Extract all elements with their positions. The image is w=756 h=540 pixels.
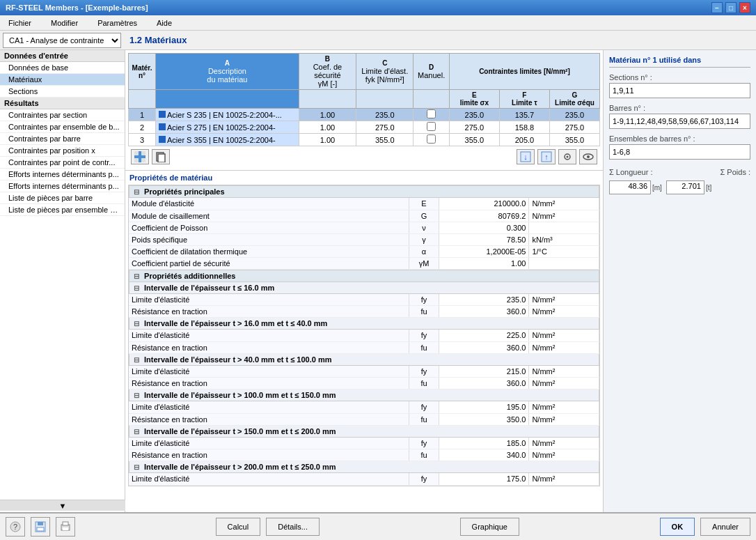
- prop-label: Coefficient de Poisson: [129, 222, 409, 233]
- ensembles-input[interactable]: [609, 144, 750, 160]
- manuel-checkbox[interactable]: [427, 134, 436, 144]
- minimize-button[interactable]: −: [711, 2, 723, 13]
- sidebar-item-contraintes-section[interactable]: Contraintes par section: [0, 109, 125, 121]
- copy-material-button[interactable]: [152, 149, 170, 164]
- prop-label: Limite d'élasticité: [129, 294, 409, 306]
- sections-label: Sections n° :: [609, 73, 750, 82]
- menu-parametres[interactable]: Paramètres: [92, 17, 143, 29]
- settings-button[interactable]: [558, 149, 576, 164]
- maximize-button[interactable]: □: [725, 2, 737, 13]
- prop-unit: N/mm²: [529, 449, 599, 461]
- prop-symbol: E: [409, 198, 439, 210]
- sidebar-item-contraintes-barre[interactable]: Contraintes par barre: [0, 133, 125, 145]
- ok-button[interactable]: OK: [660, 518, 695, 536]
- cell-desc[interactable]: Acier S 355 | EN 10025-2:2004-: [156, 134, 299, 146]
- export-button[interactable]: ↑: [537, 149, 556, 164]
- bottom-bar: ? Calcul Détails... Graphique OK Annuler: [0, 512, 756, 540]
- prop-symbol: fy: [409, 438, 439, 449]
- main-properties-table: Module d'élasticité E 210000.0 N/mm² Mod…: [129, 198, 599, 270]
- longueur-value: 48.36: [609, 180, 651, 194]
- sidebar-item-liste-pieces-ensemble[interactable]: Liste de pièces par ensemble de...: [0, 204, 125, 216]
- prop-row: Limite d'élasticitéfy215.0N/mm²: [129, 366, 599, 378]
- prop-label: Coefficient partiel de sécurité: [129, 257, 409, 269]
- prop-unit: N/mm²: [529, 413, 599, 425]
- bars-label: Barres n° :: [609, 104, 750, 112]
- prop-subgroup-3[interactable]: ⊟ Intervalle de l'épaisseur t > 40.0 mm …: [129, 354, 599, 366]
- prop-symbol: fu: [409, 341, 439, 353]
- cell-coef: 1.00: [299, 134, 356, 146]
- sidebar-item-liste-pieces-barre[interactable]: Liste de pièces par barre: [0, 192, 125, 204]
- poids-value: 2.701: [666, 180, 704, 194]
- details-button[interactable]: Détails...: [266, 518, 320, 536]
- cell-coef: 1.00: [299, 109, 356, 121]
- prop-unit: N/mm²: [529, 401, 599, 413]
- ensembles-label: Ensembles de barres n° :: [609, 134, 750, 143]
- prop-unit: N/mm²: [529, 378, 599, 389]
- sidebar-item-contraintes-position[interactable]: Contraintes par position x: [0, 145, 125, 157]
- prop-row: Résistance en tractionfu350.0N/mm²: [129, 413, 599, 425]
- menu-modifier[interactable]: Modifier: [45, 17, 84, 29]
- manuel-checkbox[interactable]: [427, 109, 436, 118]
- table-row[interactable]: 1 Acier S 235 | EN 10025-2:2004-... 1.00…: [129, 109, 600, 121]
- prop-label: Poids spécifique: [129, 233, 409, 245]
- sidebar-item-sections[interactable]: Sections: [0, 86, 125, 98]
- prop-group-additional[interactable]: ⊟ Propriétés additionnelles: [129, 270, 599, 282]
- prop-row: Limite d'élasticitéfy175.0N/mm²: [129, 473, 599, 485]
- view-button[interactable]: [579, 149, 597, 164]
- graphique-button[interactable]: Graphique: [460, 518, 519, 536]
- sidebar-item-contraintes-ensemble[interactable]: Contraintes par ensemble de b...: [0, 121, 125, 133]
- prop-subgroup-5[interactable]: ⊟ Intervalle de l'épaisseur t > 150.0 mm…: [129, 426, 599, 438]
- prop-value: 360.0: [439, 378, 529, 389]
- annuler-button[interactable]: Annuler: [700, 518, 750, 536]
- svg-point-12: [587, 155, 590, 158]
- subgroup-2-table: Limite d'élasticitéfy225.0N/mm² Résistan…: [129, 330, 599, 354]
- manuel-checkbox[interactable]: [427, 122, 436, 131]
- cas-dropdown[interactable]: CA1 - Analyse de contrainte: [3, 33, 121, 48]
- prop-subgroup-2[interactable]: ⊟ Intervalle de l'épaisseur t > 16.0 mm …: [129, 318, 599, 330]
- prop-group-main[interactable]: ⊟ Propriétés principales: [129, 185, 599, 198]
- nav-back-button[interactable]: ?: [6, 517, 25, 537]
- close-button[interactable]: ×: [739, 2, 750, 13]
- print-button[interactable]: [56, 517, 75, 537]
- prop-symbol: fy: [409, 330, 439, 341]
- sidebar-item-contraintes-point[interactable]: Contraintes par point de contr...: [0, 157, 125, 169]
- prop-label: Limite d'élasticité: [129, 401, 409, 413]
- bars-input[interactable]: [609, 114, 750, 129]
- sidebar-item-efforts-1[interactable]: Efforts internes déterminants p...: [0, 169, 125, 180]
- prop-row-elasticite: Module d'élasticité E 210000.0 N/mm²: [129, 198, 599, 210]
- col-subheader-e: Elimite σx: [449, 90, 499, 109]
- calcul-button[interactable]: Calcul: [216, 518, 261, 536]
- table-row[interactable]: 2 Acier S 275 | EN 10025-2:2004- 1.00 27…: [129, 121, 600, 134]
- prop-subgroup-1[interactable]: ⊟ Intervalle de l'épaisseur t ≤ 16.0 mm: [129, 282, 599, 294]
- sidebar-section-donnees: Données d'entrée: [0, 50, 125, 62]
- sidebar-scroll-down[interactable]: ▼: [0, 500, 125, 511]
- table-row[interactable]: 3 Acier S 355 | EN 10025-2:2004- 1.00 35…: [129, 134, 600, 146]
- cell-manuel[interactable]: [414, 109, 449, 121]
- material-color-swatch: [159, 111, 166, 118]
- prop-value: 215.0: [439, 366, 529, 378]
- prop-unit: N/mm²: [529, 210, 599, 222]
- menu-fichier[interactable]: Fichier: [3, 17, 37, 29]
- menu-aide[interactable]: Aide: [151, 17, 178, 29]
- sidebar: Données d'entrée Données de base Matéria…: [0, 50, 125, 512]
- sidebar-item-donnees-base[interactable]: Données de base: [0, 62, 125, 74]
- prop-subgroup-4[interactable]: ⊟ Intervalle de l'épaisseur t > 100.0 mm…: [129, 389, 599, 401]
- save-button[interactable]: [31, 517, 50, 537]
- cell-manuel[interactable]: [414, 121, 449, 134]
- prop-row: Limite d'élasticitéfy225.0N/mm²: [129, 330, 599, 341]
- sidebar-item-materiaux[interactable]: Matériaux: [0, 74, 125, 86]
- add-material-button[interactable]: [131, 149, 149, 164]
- sections-input[interactable]: [609, 83, 750, 98]
- cell-lim-sx: 235.0: [449, 109, 499, 121]
- prop-row-securite: Coefficient partiel de sécurité γM 1.00: [129, 257, 599, 269]
- prop-symbol: fu: [409, 306, 439, 318]
- cell-manuel[interactable]: [414, 134, 449, 146]
- cell-desc[interactable]: Acier S 275 | EN 10025-2:2004-: [156, 121, 299, 134]
- col-subheader-d: [414, 90, 449, 109]
- prop-subgroup-6[interactable]: ⊟ Intervalle de l'épaisseur t > 200.0 mm…: [129, 461, 599, 473]
- cell-desc[interactable]: Acier S 235 | EN 10025-2:2004-...: [156, 109, 299, 121]
- sidebar-item-efforts-2[interactable]: Efforts internes déterminants p...: [0, 180, 125, 192]
- svg-rect-20: [63, 527, 68, 530]
- import-button[interactable]: ↓: [517, 149, 535, 164]
- prop-label: Limite d'élasticité: [129, 366, 409, 378]
